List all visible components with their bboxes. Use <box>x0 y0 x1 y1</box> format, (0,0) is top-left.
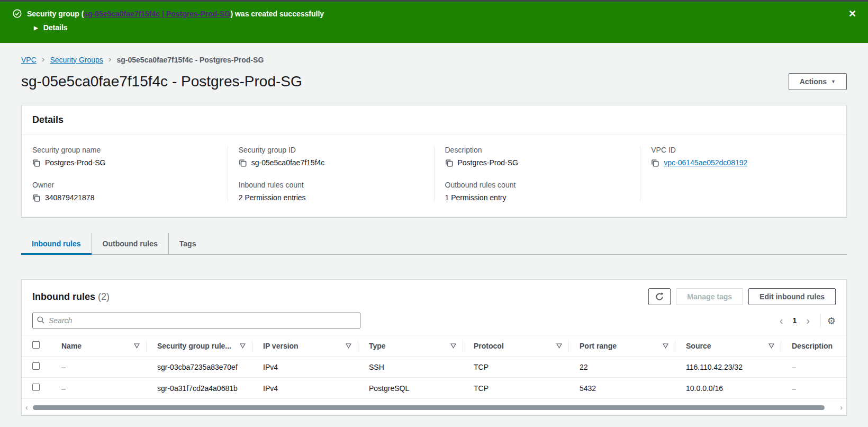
cell-source: 10.0.0.0/16 <box>675 378 781 399</box>
actions-button[interactable]: Actions ▼ <box>789 73 847 90</box>
cell-sg-rule-id: sgr-0a31f7cd2a4a0681b <box>147 378 252 399</box>
cell-protocol: TCP <box>463 378 569 399</box>
column-header-name: Name <box>61 342 82 350</box>
column-header-ip-version: IP version <box>263 342 299 350</box>
field-value: 2 Permission entries <box>239 193 306 202</box>
breadcrumb-separator-icon: › <box>42 55 45 65</box>
table-header-row: Name Security group rule... IP version T… <box>22 335 846 357</box>
field-value: 340879421878 <box>45 193 94 202</box>
chevron-down-icon: ▼ <box>831 79 836 84</box>
cell-description: – <box>781 357 846 378</box>
scroll-right-icon[interactable]: › <box>838 404 844 411</box>
scrollbar-track[interactable] <box>31 405 838 410</box>
search-input[interactable] <box>49 316 356 325</box>
scrollbar-thumb[interactable] <box>33 405 825 410</box>
details-card: Details Security group name Postgres-Pro… <box>21 105 847 217</box>
tab-outbound-rules[interactable]: Outbound rules <box>92 233 168 254</box>
cell-ip-version: IPv4 <box>252 357 358 378</box>
flashbar-close-icon[interactable]: ✕ <box>848 9 856 19</box>
refresh-button[interactable] <box>648 288 671 305</box>
copy-icon[interactable] <box>32 194 40 202</box>
breadcrumb-current-page: sg-05e5ca0fae7f15f4c - Postgres-Prod-SG <box>117 56 264 64</box>
edit-inbound-rules-button[interactable]: Edit inbound rules <box>748 288 836 305</box>
detail-tabs: Inbound rules Outbound rules Tags <box>21 233 847 255</box>
row-checkbox[interactable] <box>32 384 40 391</box>
filter-icon[interactable] <box>663 343 668 349</box>
cell-source: 116.110.42.23/32 <box>675 357 781 378</box>
cell-port-range: 22 <box>569 357 675 378</box>
cell-description: – <box>781 378 846 399</box>
horizontal-scrollbar: ‹ › <box>24 403 844 412</box>
manage-tags-button[interactable]: Manage tags <box>676 288 743 305</box>
copy-icon[interactable] <box>651 159 659 167</box>
field-label: VPC ID <box>651 146 836 154</box>
filter-icon[interactable] <box>556 343 562 349</box>
copy-icon[interactable] <box>445 159 453 167</box>
column-header-port-range: Port range <box>580 342 617 350</box>
success-flashbar: Security group (sg-05e5ca0fae7f15f4c | P… <box>0 2 868 43</box>
inbound-rules-table: Name Security group rule... IP version T… <box>22 335 846 399</box>
cell-type: PostgreSQL <box>358 378 463 399</box>
cell-ip-version: IPv4 <box>252 378 358 399</box>
column-header-type: Type <box>369 342 386 350</box>
filter-icon[interactable] <box>768 343 774 349</box>
flashbar-details-expander[interactable]: ▶ Details <box>34 23 849 32</box>
rules-count-badge: (2) <box>98 291 110 302</box>
flashbar-sg-link[interactable]: sg-05e5ca0fae7f15f4c | Postgres-Prod-SG <box>84 10 230 18</box>
refresh-icon <box>655 292 664 301</box>
filter-icon[interactable] <box>240 343 246 349</box>
current-page-number[interactable]: 1 <box>789 316 800 325</box>
gear-icon[interactable]: ⚙ <box>827 315 836 326</box>
cell-protocol: TCP <box>463 357 569 378</box>
cell-name: – <box>51 357 147 378</box>
column-header-sg-rule-id: Security group rule... <box>157 342 231 350</box>
table-row: – sgr-03cba7235a83e70ef IPv4 SSH TCP 22 … <box>22 357 846 378</box>
field-description: Description Postgres-Prod-SG <box>445 146 630 167</box>
details-card-title: Details <box>32 114 836 126</box>
previous-page-icon[interactable]: ‹ <box>775 315 788 326</box>
breadcrumb-separator-icon: › <box>108 55 112 65</box>
vpc-id-link[interactable]: vpc-06145ae052dc08192 <box>664 158 747 167</box>
column-header-source: Source <box>686 342 711 350</box>
copy-icon[interactable] <box>239 159 247 167</box>
cell-name: – <box>51 378 147 399</box>
field-label: Security group ID <box>239 146 423 154</box>
filter-icon[interactable] <box>450 343 456 349</box>
filter-icon[interactable] <box>346 343 351 349</box>
column-header-description: Description <box>792 342 833 350</box>
cell-type: SSH <box>358 357 463 378</box>
cell-sg-rule-id: sgr-03cba7235a83e70ef <box>147 357 252 378</box>
filter-icon[interactable] <box>134 343 140 349</box>
field-label: Security group name <box>32 146 217 154</box>
field-value: Postgres-Prod-SG <box>45 158 105 167</box>
tab-inbound-rules[interactable]: Inbound rules <box>21 233 92 254</box>
breadcrumb: VPC › Security Groups › sg-05e5ca0fae7f1… <box>21 55 847 65</box>
search-box <box>32 313 360 328</box>
flashbar-details-label: Details <box>43 23 68 32</box>
breadcrumb-vpc-link[interactable]: VPC <box>21 56 37 64</box>
cell-port-range: 5432 <box>569 378 675 399</box>
next-page-icon[interactable]: › <box>802 315 814 326</box>
page-title: sg-05e5ca0fae7f15f4c - Postgres-Prod-SG <box>21 73 302 90</box>
field-label: Inbound rules count <box>239 181 423 189</box>
field-value: sg-05e5ca0fae7f15f4c <box>251 158 325 167</box>
table-row: – sgr-0a31f7cd2a4a0681b IPv4 PostgreSQL … <box>22 378 846 399</box>
field-label: Description <box>445 146 630 154</box>
field-vpc-id: VPC ID vpc-06145ae052dc08192 <box>651 146 836 167</box>
pagination: ‹ 1 › ⚙ <box>775 314 836 327</box>
breadcrumb-security-groups-link[interactable]: Security Groups <box>50 56 103 64</box>
tab-tags[interactable]: Tags <box>168 233 207 254</box>
field-security-group-id: Security group ID sg-05e5ca0fae7f15f4c <box>239 146 423 167</box>
column-header-protocol: Protocol <box>474 342 504 350</box>
panel-title: Inbound rules (2) <box>32 291 110 303</box>
row-checkbox[interactable] <box>32 362 40 370</box>
copy-icon[interactable] <box>32 159 40 167</box>
field-label: Outbound rules count <box>445 181 630 189</box>
select-all-checkbox[interactable] <box>32 341 40 349</box>
search-icon <box>37 316 44 325</box>
field-inbound-rules-count: Inbound rules count 2 Permission entries <box>239 181 423 202</box>
field-security-group-name: Security group name Postgres-Prod-SG <box>32 146 217 167</box>
scroll-left-icon[interactable]: ‹ <box>24 404 30 411</box>
success-check-circle-icon <box>13 9 22 18</box>
field-owner: Owner 340879421878 <box>32 181 217 202</box>
